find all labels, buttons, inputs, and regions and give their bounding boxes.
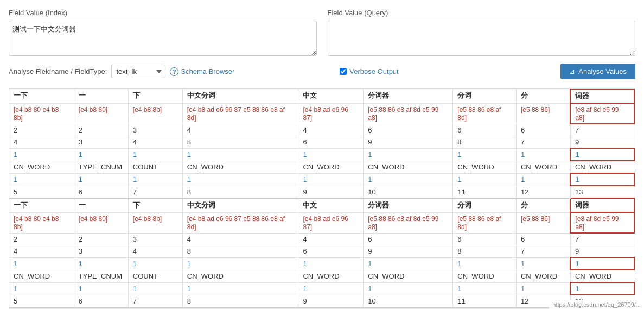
index-field-group: Field Value (Index) 测试一下中文分词器 (9, 9, 317, 56)
token-n3: 1 (182, 148, 298, 161)
token-n1: 6 (516, 233, 570, 245)
token-n2: 4 (128, 245, 182, 258)
token-type: TYPE_CNUM (74, 270, 128, 282)
token-name: 分词器 (364, 198, 453, 212)
token-n2: 3 (74, 245, 128, 258)
section2-body: 一下一下中文分词中文分词器分词分词器[e4 b8 80 e4 b8 8b][e4… (9, 198, 634, 307)
token-n3: 1 (453, 148, 517, 161)
token-bytes: [e8 af 8d e5 99 a8] (570, 103, 634, 124)
token-t2: 11 (453, 186, 517, 198)
token-type: CN_WORD (453, 270, 517, 282)
query-field-textarea[interactable] (328, 21, 636, 56)
section1-body: 一下一下中文分词中文分词器分词分词器[e4 b8 80 e4 b8 8b][e4… (9, 89, 634, 198)
token-n1: 6 (453, 124, 517, 136)
token-n1: 2 (74, 233, 128, 245)
token-n1: 2 (9, 233, 74, 245)
token-n1: 2 (74, 124, 128, 136)
token-type: CN_WORD (9, 270, 74, 282)
filter-icon: ⊿ (569, 67, 575, 75)
token-type: CN_WORD (570, 161, 634, 173)
results-area: 一下一下中文分词中文分词器分词分词器[e4 b8 80 e4 b8 8b][e4… (9, 88, 635, 309)
token-type: CN_WORD (516, 270, 570, 282)
token-t1: 1 (364, 173, 453, 186)
index-field-textarea[interactable]: 测试一下中文分词器 (9, 21, 317, 56)
token-t1: 1 (74, 173, 128, 186)
token-n3: 1 (128, 257, 182, 270)
token-n3: 1 (298, 257, 364, 270)
token-n3: 1 (570, 148, 634, 161)
verbose-output-label[interactable]: Verbose Output (340, 67, 398, 75)
query-field-label: Field Value (Query) (328, 9, 636, 17)
query-field-group: Field Value (Query) (328, 9, 636, 56)
verbose-output-checkbox[interactable] (340, 68, 347, 75)
token-t1: 1 (182, 282, 298, 295)
verbose-output-text: Verbose Output (349, 67, 398, 75)
token-type: CN_WORD (570, 270, 634, 282)
token-n2: 9 (364, 136, 453, 149)
token-bytes: [e4 b8 80] (74, 212, 128, 233)
token-type: CN_WORD (453, 161, 517, 173)
token-bytes: [e4 b8 80 e4 b8 8b] (9, 212, 74, 233)
token-name: 分词器 (364, 89, 453, 103)
token-n2: 9 (570, 245, 634, 258)
token-n1: 6 (453, 233, 517, 245)
token-n3: 1 (570, 257, 634, 270)
token-type: CN_WORD (364, 161, 453, 173)
token-n3: 1 (9, 257, 74, 270)
token-t2: 6 (74, 186, 128, 198)
token-type: TYPE_CNUM (74, 161, 128, 173)
token-n2: 6 (298, 245, 364, 258)
token-type: CN_WORD (516, 161, 570, 173)
main-container: Field Value (Index) 测试一下中文分词器 Field Valu… (0, 0, 644, 309)
token-bytes: [e5 88 86 e8 af 8d] (453, 212, 517, 233)
token-bytes: [e8 af 8d e5 99 a8] (570, 212, 634, 233)
token-n3: 1 (128, 148, 182, 161)
analyse-values-button[interactable]: ⊿ Analyse Values (560, 64, 635, 79)
token-name: 分词 (453, 89, 517, 103)
watermark: https://blog.csdn.net/qq_26709/... (549, 300, 644, 309)
token-t2: 5 (9, 186, 74, 198)
token-n1: 7 (570, 124, 634, 136)
token-type: CN_WORD (364, 270, 453, 282)
token-t1: 1 (453, 282, 517, 295)
token-n2: 7 (516, 136, 570, 149)
token-n2: 6 (298, 136, 364, 149)
token-n3: 1 (182, 257, 298, 270)
token-n3: 1 (74, 148, 128, 161)
token-n3: 1 (516, 257, 570, 270)
fieldtype-select[interactable]: text_ik text string (111, 65, 165, 78)
token-name: 词器 (570, 89, 634, 103)
token-n2: 8 (453, 245, 517, 258)
token-type: COUNT (128, 161, 182, 173)
token-t2: 12 (516, 186, 570, 198)
token-bytes: [e5 88 86 e8 af 8d e5 99 a8] (364, 212, 453, 233)
token-t1: 1 (570, 282, 634, 295)
token-bytes: [e4 b8 ad e6 96 87] (298, 212, 364, 233)
analyse-btn-label: Analyse Values (578, 67, 627, 75)
token-t1: 1 (453, 173, 517, 186)
token-n3: 1 (453, 257, 517, 270)
schema-browser-link[interactable]: ? Schema Browser (170, 67, 234, 76)
token-t1: 1 (298, 173, 364, 186)
token-name: 一 (74, 89, 128, 103)
token-t2: 8 (182, 186, 298, 198)
token-name: 一下 (9, 89, 74, 103)
token-type: CN_WORD (298, 270, 364, 282)
token-t2: 13 (570, 186, 634, 198)
token-n1: 6 (516, 124, 570, 136)
token-t1: 1 (516, 173, 570, 186)
controls-left: Analyse Fieldname / FieldType: text_ik t… (9, 65, 234, 78)
token-t1: 1 (128, 173, 182, 186)
token-t2: 10 (364, 186, 453, 198)
token-name: 中文分词 (182, 89, 298, 103)
token-n1: 6 (364, 124, 453, 136)
token-n2: 8 (182, 136, 298, 149)
token-n2: 3 (74, 136, 128, 149)
token-t2: 6 (74, 295, 128, 307)
controls-right: Verbose Output (340, 67, 398, 75)
controls-row: Analyse Fieldname / FieldType: text_ik t… (9, 64, 635, 79)
token-t1: 1 (9, 282, 74, 295)
token-name: 分 (516, 89, 570, 103)
token-bytes: [e5 88 86 e8 af 8d e5 99 a8] (364, 103, 453, 124)
token-name: 中文 (298, 198, 364, 212)
